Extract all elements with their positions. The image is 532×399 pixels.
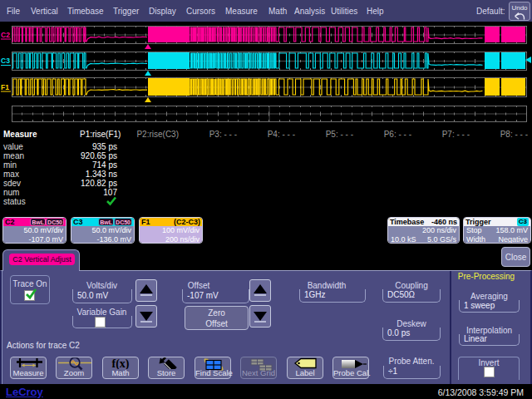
svg-text:C2: C2 xyxy=(1,31,10,39)
svg-text:C3: C3 xyxy=(1,57,10,65)
svg-text:F1: F1 xyxy=(1,83,9,91)
svg-text:f(x): f(x) xyxy=(112,357,130,369)
